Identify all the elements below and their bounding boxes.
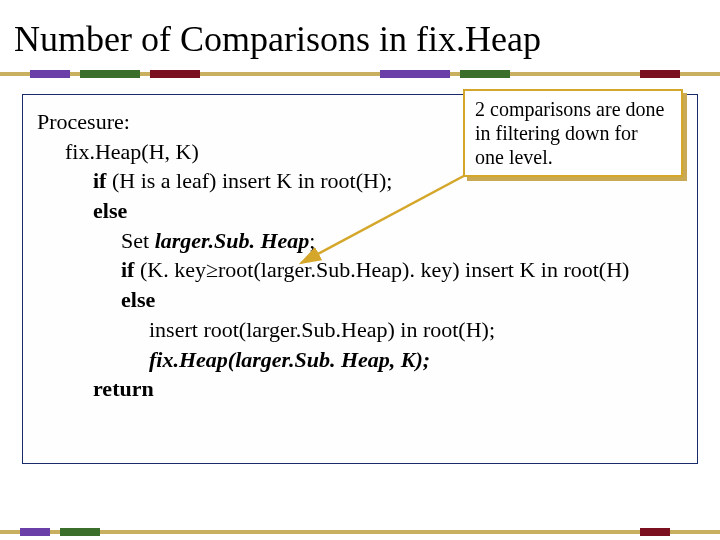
geq-symbol: ≥ [206, 257, 218, 282]
callout-box: 2 comparisons are done in filtering down… [463, 89, 683, 177]
kw-if: if [121, 257, 134, 282]
kw-else: else [37, 196, 683, 226]
code-text: ; [309, 228, 315, 253]
code-line: if (K. key≥root(larger.Sub.Heap). key) i… [37, 255, 683, 285]
code-line: Set larger.Sub. Heap; [37, 226, 683, 256]
callout-text: 2 comparisons are done in filtering down… [475, 98, 664, 168]
pseudocode-box: 2 comparisons are done in filtering down… [22, 94, 698, 464]
code-line: insert root(larger.Sub.Heap) in root(H); [37, 315, 683, 345]
code-text: (K. key [134, 257, 205, 282]
code-text: root(larger.Sub.Heap). key) insert K in … [218, 257, 629, 282]
emph-text: larger.Sub. Heap [155, 228, 310, 253]
decorative-rule [0, 68, 720, 80]
decorative-rule-bottom [0, 522, 720, 540]
code-text: Set [121, 228, 155, 253]
recursive-call: fix.Heap(larger.Sub. Heap, K); [37, 345, 683, 375]
code-text: (H is a leaf) insert K in root(H); [106, 168, 392, 193]
kw-return: return [37, 374, 683, 404]
kw-if: if [93, 168, 106, 193]
slide-title: Number of Comparisons in fix.Heap [0, 0, 720, 68]
kw-else: else [37, 285, 683, 315]
